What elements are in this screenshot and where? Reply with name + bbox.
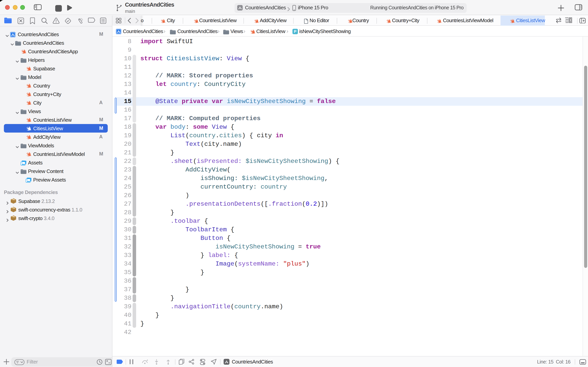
svg-text:P: P <box>294 29 296 33</box>
